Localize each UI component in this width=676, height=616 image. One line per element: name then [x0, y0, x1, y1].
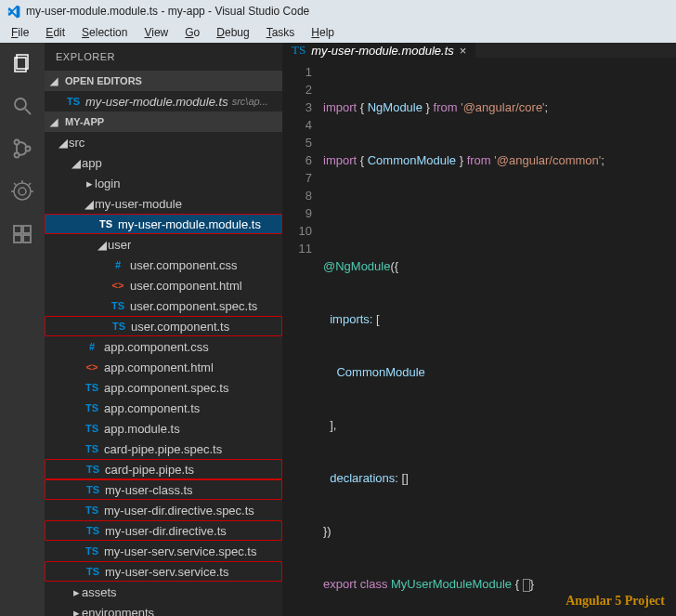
- chevron-down-icon: ◢: [71, 156, 82, 170]
- file-card-pipe-spec[interactable]: TScard-pipe.pipe.spec.ts: [45, 439, 282, 459]
- vscode-logo-icon: [6, 4, 20, 19]
- titlebar: my-user-module.module.ts - my-app - Visu…: [0, 0, 676, 22]
- svg-point-8: [19, 188, 26, 195]
- ts-file-icon: TS: [84, 423, 100, 434]
- open-editors-section[interactable]: ◢ OPEN EDITORS: [45, 71, 282, 91]
- chevron-right-icon: ▸: [71, 585, 82, 599]
- file-card-pipe-ts[interactable]: TScard-pipe.pipe.ts: [45, 459, 282, 479]
- source-control-icon[interactable]: [9, 136, 35, 162]
- ts-file-icon: TS: [65, 96, 82, 107]
- chevron-down-icon: ◢: [50, 75, 61, 87]
- chevron-down-icon: ◢: [58, 136, 69, 150]
- file-app-html[interactable]: <>app.component.html: [45, 357, 282, 377]
- folder-user[interactable]: ◢user: [45, 234, 282, 255]
- folder-environments[interactable]: ▸environments: [45, 602, 282, 616]
- svg-point-6: [26, 147, 31, 151]
- close-tab-icon[interactable]: ×: [460, 44, 467, 58]
- cursor: [523, 579, 530, 592]
- ts-file-icon: TS: [292, 43, 306, 58]
- svg-rect-15: [14, 235, 21, 242]
- file-my-user-class-ts[interactable]: TSmy-user-class.ts: [45, 479, 282, 500]
- svg-point-2: [15, 98, 26, 110]
- file-my-user-dir-ts[interactable]: TSmy-user-dir.directive.ts: [45, 520, 282, 541]
- svg-point-5: [15, 153, 20, 158]
- editor-tab[interactable]: TS my-user-module.module.ts ×: [282, 43, 476, 58]
- file-my-user-module-ts[interactable]: TSmy-user-module.module.ts: [45, 214, 282, 234]
- file-app-css[interactable]: #app.component.css: [45, 336, 282, 357]
- open-editor-item[interactable]: TS my-user-module.module.ts src\ap...: [45, 91, 282, 111]
- file-user-component-ts[interactable]: TSuser.component.ts: [45, 316, 282, 336]
- file-app-spec[interactable]: TSapp.component.spec.ts: [45, 377, 282, 398]
- search-icon[interactable]: [9, 93, 35, 119]
- svg-point-7: [14, 183, 31, 200]
- folder-src[interactable]: ◢src: [45, 132, 282, 152]
- folder-assets[interactable]: ▸assets: [45, 582, 282, 602]
- ts-file-icon: TS: [84, 566, 101, 577]
- html-file-icon: <>: [110, 280, 126, 291]
- folder-my-user-module[interactable]: ◢my-user-module: [45, 193, 282, 214]
- code-content: import { NgModule } from '@angular/core'…: [323, 58, 676, 616]
- editor-area: TS my-user-module.module.ts × 1234567891…: [282, 43, 676, 616]
- menu-edit[interactable]: Edit: [38, 24, 72, 41]
- line-numbers: 1234567891011: [282, 58, 323, 616]
- menu-go[interactable]: Go: [177, 24, 207, 41]
- sidebar-title: EXPLORER: [45, 43, 282, 71]
- editor-tabs: TS my-user-module.module.ts ×: [282, 43, 676, 58]
- css-file-icon: #: [110, 259, 126, 270]
- debug-icon[interactable]: [9, 178, 35, 204]
- extensions-icon[interactable]: [9, 221, 35, 247]
- window-title: my-user-module.module.ts - my-app - Visu…: [26, 5, 309, 18]
- file-tree: ◢src ◢app ▸login ◢my-user-module TSmy-us…: [45, 132, 282, 616]
- menu-debug[interactable]: Debug: [209, 24, 256, 41]
- html-file-icon: <>: [84, 361, 100, 373]
- svg-line-3: [25, 109, 31, 114]
- ts-file-icon: TS: [84, 525, 101, 536]
- ts-file-icon: TS: [110, 321, 127, 332]
- explorer-icon[interactable]: [9, 50, 35, 76]
- folder-login[interactable]: ▸login: [45, 173, 282, 193]
- menubar: File Edit Selection View Go Debug Tasks …: [0, 22, 676, 43]
- folder-app[interactable]: ◢app: [45, 152, 282, 173]
- ts-file-icon: TS: [84, 505, 100, 516]
- ts-file-icon: TS: [84, 382, 100, 393]
- file-app-component-ts[interactable]: TSapp.component.ts: [45, 398, 282, 418]
- ts-file-icon: TS: [84, 484, 101, 495]
- ts-file-icon: TS: [84, 545, 100, 557]
- code-editor[interactable]: 1234567891011 import { NgModule } from '…: [282, 58, 676, 616]
- chevron-right-icon: ▸: [84, 177, 95, 190]
- open-editor-path: src\ap...: [232, 96, 268, 107]
- chevron-down-icon: ◢: [50, 116, 61, 128]
- project-section[interactable]: ◢ MY-APP: [45, 111, 282, 132]
- svg-line-12: [14, 183, 16, 185]
- chevron-down-icon: ◢: [84, 197, 95, 211]
- ts-file-icon: TS: [84, 464, 101, 475]
- css-file-icon: #: [84, 341, 100, 352]
- file-my-user-serv-spec[interactable]: TSmy-user-serv.service.spec.ts: [45, 541, 282, 561]
- activity-bar: [0, 43, 45, 616]
- project-section-label: MY-APP: [65, 116, 104, 127]
- svg-line-13: [29, 183, 31, 185]
- chevron-down-icon: ◢: [97, 238, 108, 252]
- ts-file-icon: TS: [110, 300, 126, 311]
- open-editor-filename: my-user-module.module.ts: [85, 95, 228, 109]
- svg-point-4: [15, 140, 20, 145]
- menu-selection[interactable]: Selection: [74, 24, 135, 41]
- file-my-user-dir-spec[interactable]: TSmy-user-dir.directive.spec.ts: [45, 500, 282, 520]
- file-my-user-serv-ts[interactable]: TSmy-user-serv.service.ts: [45, 561, 282, 582]
- file-user-spec[interactable]: TSuser.component.spec.ts: [45, 295, 282, 316]
- file-user-css[interactable]: #user.component.css: [45, 255, 282, 275]
- file-user-html[interactable]: <>user.component.html: [45, 275, 282, 295]
- chevron-right-icon: ▸: [71, 606, 82, 617]
- menu-view[interactable]: View: [136, 24, 176, 41]
- menu-file[interactable]: File: [4, 24, 36, 41]
- footer-badge: Angular 5 Project: [566, 594, 665, 609]
- menu-help[interactable]: Help: [304, 24, 342, 41]
- svg-rect-17: [23, 226, 31, 233]
- ts-file-icon: TS: [84, 402, 100, 413]
- menu-tasks[interactable]: Tasks: [259, 24, 303, 41]
- sidebar: EXPLORER ◢ OPEN EDITORS TS my-user-modul…: [45, 43, 282, 616]
- file-app-module-ts[interactable]: TSapp.module.ts: [45, 418, 282, 439]
- open-editors-label: OPEN EDITORS: [65, 75, 142, 86]
- ts-file-icon: TS: [98, 218, 114, 229]
- tab-filename: my-user-module.module.ts: [311, 44, 454, 58]
